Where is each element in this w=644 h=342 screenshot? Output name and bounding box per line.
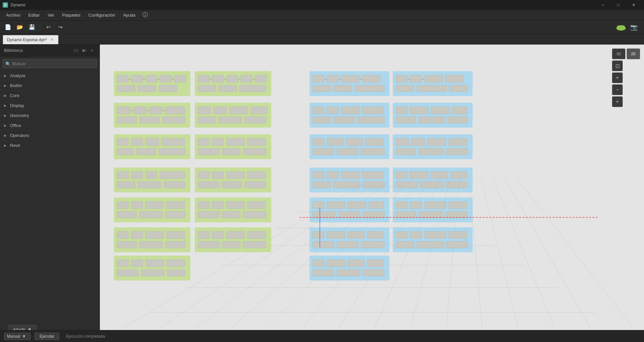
svg-rect-130 [450,171,467,179]
svg-line-148 [517,178,644,342]
alert-button[interactable]: ⓘ [141,12,149,19]
sidebar-menu-btn[interactable]: ≡ [89,47,96,54]
node-group-green-8 [195,168,271,192]
node-group-content [196,72,269,94]
node-group-content [196,229,269,250]
svg-rect-97 [337,148,358,155]
svg-rect-8 [174,75,186,82]
svg-rect-117 [198,181,219,188]
svg-rect-209 [424,231,446,239]
node-group-blue-5 [310,134,389,159]
svg-rect-171 [243,211,266,218]
svg-rect-107 [131,171,143,179]
zoom-in-button[interactable]: + [612,72,623,83]
sidebar-item-label: Operators [10,133,29,138]
close-button[interactable]: ✕ [626,0,641,10]
svg-rect-111 [138,181,161,188]
svg-rect-161 [166,201,185,209]
undo-button[interactable]: ↩ [43,23,54,32]
camera-icon: 📷 [630,24,638,31]
sidebar-item-revit[interactable]: ▶ Revit [0,141,100,151]
svg-rect-221 [313,260,324,267]
save-button[interactable]: 💾 [27,23,37,32]
svg-rect-162 [117,211,137,218]
svg-rect-219 [141,270,164,276]
svg-rect-43 [417,85,447,92]
sidebar-item-label: Geometry [10,113,29,118]
menu-paquetes[interactable]: Paquetes [59,11,84,19]
node-group-content [196,199,269,220]
sidebar-item-label: Analyze [10,73,25,78]
svg-rect-183 [396,211,416,218]
svg-rect-182 [449,201,467,209]
svg-rect-5 [131,75,143,82]
svg-rect-187 [131,231,143,239]
cloud-button[interactable] [615,23,627,32]
search-input[interactable] [3,59,97,68]
fit-view-button[interactable]: ⊡ [612,60,623,71]
new-button[interactable]: 📄 [3,23,13,32]
node-group-blue-6 [393,134,473,159]
svg-rect-120 [313,171,324,179]
svg-rect-84 [159,148,185,155]
titlebar: D Dynamo ─ □ ✕ [0,0,644,10]
sidebar-item-display[interactable]: ▶ Display [0,101,100,111]
svg-rect-23 [240,85,266,92]
svg-line-147 [505,178,598,342]
zoom-out-button[interactable]: − [612,84,623,95]
zoom-plus-button[interactable]: + [612,96,623,107]
camera-button[interactable]: 📷 [629,23,639,32]
svg-rect-122 [341,171,359,179]
open-button[interactable]: 📂 [15,23,25,32]
menu-editar[interactable]: Editar [25,11,43,19]
svg-rect-20 [255,75,267,82]
sidebar-collapse-btn[interactable]: |◁ [73,47,80,54]
library-list: ▶ Analyze ▶ BuiltIn ▶ Core ▶ Display ▶ [0,71,100,151]
svg-rect-158 [117,201,128,209]
svg-rect-47 [117,107,130,114]
svg-rect-6 [145,75,157,82]
svg-rect-19 [241,75,252,82]
svg-rect-164 [165,211,185,218]
maximize-button[interactable]: □ [611,0,626,10]
sidebar-item-operators[interactable]: ▶ Operators [0,131,100,141]
node-group-green-3 [114,103,190,128]
svg-rect-184 [418,211,443,218]
svg-rect-80 [145,138,159,146]
sidebar-item-geometry[interactable]: ▶ Geometry [0,111,100,121]
sidebar-item-label: Revit [10,143,20,148]
svg-rect-163 [139,211,163,218]
redo-button[interactable]: ↪ [55,23,66,32]
sidebar-item-builtin[interactable]: ▶ BuiltIn [0,81,100,91]
vp-3d-button[interactable]: 3D [612,49,625,59]
sidebar-item-office[interactable]: ▶ Office [0,121,100,131]
active-tab[interactable]: Dynamo Exportar.dyn* ✕ [3,35,59,44]
node-group-green-9 [114,197,190,222]
svg-rect-71 [396,107,407,114]
sidebar-item-core[interactable]: ▶ Core [0,91,100,101]
svg-rect-204 [313,241,334,248]
menu-ver[interactable]: Ver [44,11,58,19]
mode-selector[interactable]: Manual ▼ [4,333,31,340]
menu-configuracion[interactable]: Configuración [85,11,118,19]
svg-rect-199 [243,241,266,248]
tab-close-button[interactable]: ✕ [50,38,54,42]
execute-button[interactable]: Ejecutar [35,333,59,340]
sidebar-controls: |◁ ▶| ≡ [73,47,96,54]
mode-label: Manual [7,334,20,339]
svg-line-146 [493,178,560,342]
menu-archivo[interactable]: Archivo [3,11,24,19]
node-group-blue-2 [393,71,473,96]
svg-rect-213 [446,241,468,248]
app-title: Dynamo [11,3,593,7]
svg-rect-11 [159,85,177,92]
svg-rect-7 [160,75,171,82]
minimize-button[interactable]: ─ [595,0,611,10]
canvas-area[interactable]: 3D 2D ⊡ + − + [100,45,644,342]
svg-rect-190 [117,241,137,248]
vp-2d-button[interactable]: 2D [627,49,640,59]
node-group-green-10 [195,197,271,222]
sidebar-expand-btn[interactable]: ▶| [81,47,88,54]
sidebar-item-analyze[interactable]: ▶ Analyze [0,71,100,81]
menu-ayuda[interactable]: Ayuda [120,11,139,19]
